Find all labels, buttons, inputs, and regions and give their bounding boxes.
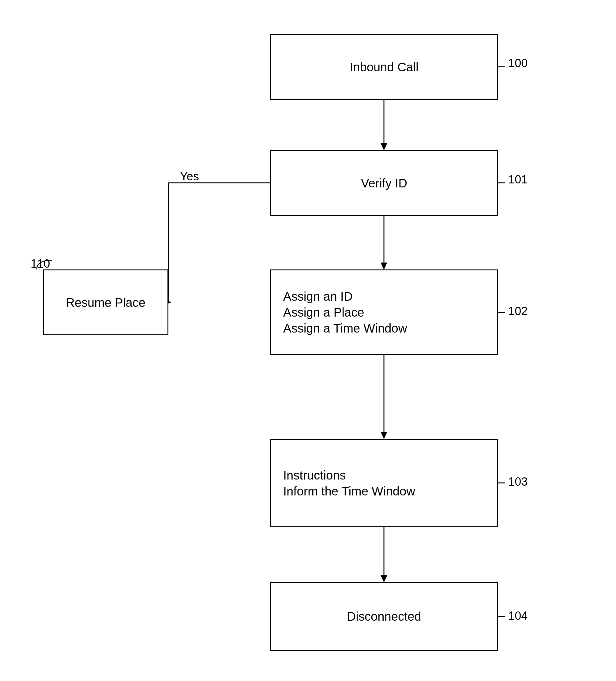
ref-100: 100 bbox=[508, 57, 528, 70]
ref-110-bracket bbox=[34, 257, 58, 276]
box-assign-line3: Assign a Time Window bbox=[283, 320, 407, 336]
ref-103: 103 bbox=[508, 475, 528, 488]
box-verify-id-label: Verify ID bbox=[361, 175, 407, 191]
box-assign-line2: Assign a Place bbox=[283, 304, 364, 320]
svg-marker-5 bbox=[381, 432, 387, 439]
diagram-container: Inbound Call Verify ID Assign an ID Assi… bbox=[0, 0, 616, 681]
box-disconnected: Disconnected bbox=[270, 582, 498, 651]
ref-101: 101 bbox=[508, 173, 528, 186]
box-assign-line1: Assign an ID bbox=[283, 288, 353, 304]
ref-104: 104 bbox=[508, 609, 528, 623]
box-inbound-call: Inbound Call bbox=[270, 34, 498, 100]
box-resume-place-label: Resume Place bbox=[66, 295, 146, 310]
box-verify-id: Verify ID bbox=[270, 150, 498, 216]
box-disconnected-label: Disconnected bbox=[347, 608, 421, 624]
ref-102: 102 bbox=[508, 305, 528, 318]
box-resume-place: Resume Place bbox=[43, 270, 169, 335]
box-instructions-line1: Instructions bbox=[283, 467, 346, 483]
svg-marker-7 bbox=[381, 575, 387, 582]
label-yes: Yes bbox=[180, 170, 199, 183]
box-inbound-call-label: Inbound Call bbox=[350, 59, 418, 75]
svg-marker-1 bbox=[381, 143, 387, 150]
box-instructions-line2: Inform the Time Window bbox=[283, 483, 415, 499]
svg-marker-3 bbox=[381, 263, 387, 270]
box-assign: Assign an ID Assign a Place Assign a Tim… bbox=[270, 270, 498, 355]
box-instructions: Instructions Inform the Time Window bbox=[270, 439, 498, 527]
